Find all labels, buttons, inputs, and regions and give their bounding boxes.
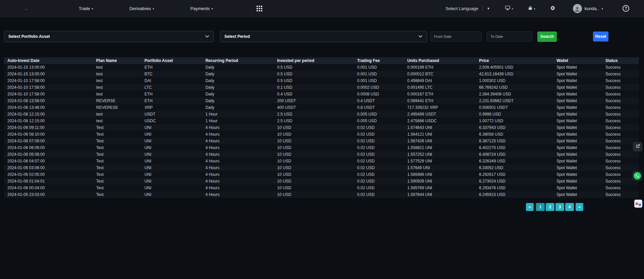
table-cell: Test (94, 144, 143, 151)
table-cell: UNI (143, 151, 204, 158)
table-cell: 2024-01-06 08:10:00 (4, 131, 94, 138)
help-icon[interactable]: ? (623, 5, 629, 12)
table-cell: Spot Wallet (554, 84, 603, 91)
table-cell: Success (603, 124, 639, 131)
table-cell: 1.57649 UNI (405, 164, 477, 171)
table-row: 2024-01-15 13:00:00testETHDaily0.5 USD0.… (4, 64, 639, 71)
user-name: kunda.. (585, 6, 599, 11)
table-cell: 0.02 USD (355, 124, 406, 131)
nav-derivatives[interactable]: Derivatives ▾ (129, 6, 154, 11)
nav-payments[interactable]: Payments ▾ (191, 6, 213, 11)
table-cell: 0.001 USD (355, 64, 406, 71)
table-cell: Success (603, 164, 639, 171)
table-cell: 2024-01-06 04:07:00 (4, 158, 94, 164)
table-cell: Spot Wallet (554, 104, 603, 111)
table-row: 2024-01-06 09:11:00TestUNI4 Hours10 USD0… (4, 124, 639, 131)
column-header: Invested per period (275, 57, 355, 64)
to-date-input[interactable] (487, 31, 532, 42)
logo[interactable]: .. (25, 6, 28, 11)
table-row: 2024-01-08 13:46:00REVERESEXRPDaily400 U… (4, 104, 639, 111)
table-row: 2024-01-08 13:56:00REVERSEETHDaily200 US… (4, 97, 639, 104)
pagination-next-button[interactable]: » (576, 203, 583, 211)
table-cell: 0.001 USD (355, 71, 406, 77)
table-cell: 4 Hours (203, 144, 275, 151)
table-row: 2024-01-08 12:15:00testUSDC1 Hour2.5 USD… (4, 118, 639, 124)
table-cell: 0.000199 ETH (405, 64, 477, 71)
table-cell: 0.02 USD (355, 178, 406, 185)
table-cell: UNI (143, 164, 204, 171)
table-cell: BTC (143, 71, 204, 77)
table-cell: 4 Hours (203, 131, 275, 138)
table-cell: 10 USD (275, 158, 355, 164)
extension-widget-button[interactable] (634, 200, 642, 208)
language-selector[interactable]: Select Language ▼ (445, 5, 490, 11)
security-menu[interactable]: ▾ (528, 5, 535, 11)
pagination-page-1[interactable]: 1 (536, 203, 545, 211)
table-cell: 2024-01-10 17:58:00 (4, 77, 94, 84)
table-row: 2024-01-10 17:58:00testLTCDaily0.1 USD0.… (4, 84, 639, 91)
table-cell: 4 Hours (203, 185, 275, 191)
table-cell: 1.590939 UNI (405, 178, 477, 185)
chevron-down-icon: ▾ (601, 7, 603, 10)
whatsapp-widget-button[interactable] (632, 171, 642, 181)
column-header: Price (477, 57, 554, 64)
table-row: 2024-01-10 17:58:00testETHDaily0.4 USD0.… (4, 91, 639, 97)
table-cell: USDT (143, 111, 204, 118)
table-cell: test (94, 118, 143, 124)
table-cell: 4 Hours (203, 151, 275, 158)
chevron-down-icon: ▾ (534, 7, 535, 10)
table-cell: 2024-01-06 02:05:00 (4, 171, 94, 178)
table-body: 2024-01-15 13:00:00testETHDaily0.5 USD0.… (4, 64, 639, 198)
main-nav: Trade ▾ Derivatives ▾ Payments ▾ (79, 6, 262, 11)
settings-button[interactable] (550, 5, 555, 12)
table-cell: Success (603, 191, 639, 198)
table-cell: 4 Hours (203, 138, 275, 144)
table-cell: 6.293476 USD (477, 185, 554, 191)
pagination-page-3[interactable]: 3 (555, 203, 564, 211)
table-cell: Success (603, 131, 639, 138)
table-cell: Daily (203, 71, 275, 77)
pagination-prev-button[interactable]: « (526, 203, 534, 211)
table-cell: 1.574643 UNI (405, 124, 477, 131)
table-cell: 0.0008 USD (355, 91, 406, 97)
table-cell: USDC (143, 118, 204, 124)
filter-bar: Select Portfolio Asset Select Period Sea… (4, 31, 640, 42)
nav-trade[interactable]: Trade ▾ (79, 6, 93, 11)
table-cell: 6.292617 USD (477, 171, 554, 178)
table-cell: Success (603, 104, 639, 111)
table-cell: Test (94, 178, 143, 185)
portfolio-asset-select[interactable]: Select Portfolio Asset (4, 31, 214, 42)
table-row: 2024-01-10 17:58:00testDAIDaily0.5 USD0.… (4, 77, 639, 84)
table-cell: Spot Wallet (554, 164, 603, 171)
table-cell: 0.556501 USDT (477, 104, 554, 111)
top-navbar: .. Trade ▾ Derivatives ▾ Payments ▾ Sele… (0, 0, 644, 17)
table-cell: Success (603, 64, 639, 71)
reset-button[interactable]: Reset (593, 31, 608, 42)
table-cell: 10 USD (275, 178, 355, 185)
from-date-input[interactable] (430, 31, 482, 42)
table-cell: UNI (143, 191, 204, 198)
table-cell: 0.000012 BTC (405, 71, 477, 77)
share-widget-button[interactable] (633, 142, 642, 151)
table-cell: 0.02 USD (355, 151, 406, 158)
user-menu[interactable]: kunda.. ▾ (573, 4, 603, 13)
pagination-page-2[interactable]: 2 (546, 203, 554, 211)
table-row: 2024-01-06 06:09:00TestUNI4 Hours10 USD0… (4, 144, 639, 151)
language-label: Select Language (445, 6, 478, 11)
table-cell: Spot Wallet (554, 191, 603, 198)
table-row: 2024-01-06 07:09:00TestUNI4 Hours10 USD0… (4, 138, 639, 144)
apps-grid-icon[interactable] (257, 6, 262, 11)
table-cell: Daily (203, 64, 275, 71)
period-select[interactable]: Select Period (220, 31, 427, 42)
table-cell: Spot Wallet (554, 124, 603, 131)
table-cell: test (94, 84, 143, 91)
table-cell: Test (94, 131, 143, 138)
search-button[interactable]: Search (537, 31, 557, 42)
table-cell: 0.005 USD (355, 111, 406, 118)
table-cell: 1.585986 UNI (405, 171, 477, 178)
workstation-menu[interactable]: ▾ (505, 5, 513, 12)
pagination-page-4[interactable]: 4 (565, 203, 574, 211)
table-cell: Test (94, 158, 143, 164)
table-cell: 2.475886 USDC (405, 118, 477, 124)
table-row: 2024-01-06 01:04:01TestUNI4 Hours10 USD0… (4, 178, 639, 185)
